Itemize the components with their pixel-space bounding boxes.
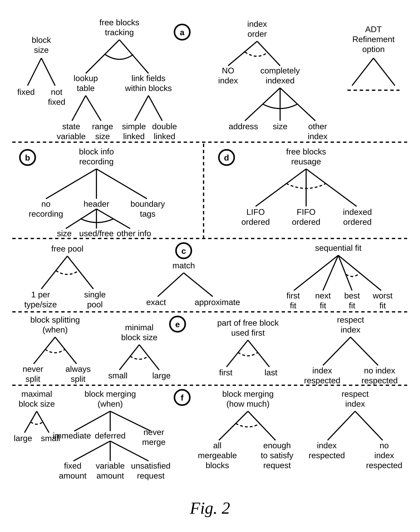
tree-part-of-free-block-used-first: part of free block used first first last: [217, 318, 279, 377]
svg-text:respect: respect: [337, 315, 364, 324]
svg-text:1 per: 1 per: [31, 290, 50, 299]
svg-text:fit: fit: [349, 301, 355, 310]
svg-line-15: [28, 58, 41, 86]
svg-text:variable: variable: [96, 461, 125, 470]
svg-text:index: index: [341, 325, 360, 334]
tree-block-size: block size fixed not fixed: [17, 35, 65, 106]
svg-text:part of free block: part of free block: [217, 318, 279, 327]
tree-respect-index-e: respect index index respected no index r…: [304, 315, 398, 385]
svg-text:respected: respected: [361, 376, 398, 385]
svg-text:never: never: [23, 364, 43, 374]
badge-b: b: [20, 150, 35, 165]
svg-text:Refinement: Refinement: [352, 35, 395, 44]
svg-text:block: block: [32, 35, 51, 44]
tree-index-order: index order NO index completely indexed …: [218, 19, 327, 141]
svg-text:respected: respected: [309, 451, 345, 460]
svg-text:request: request: [263, 461, 291, 470]
svg-text:double: double: [152, 122, 177, 131]
svg-text:indexed: indexed: [343, 207, 372, 216]
svg-line-138: [350, 337, 378, 365]
svg-line-35: [149, 96, 162, 121]
svg-text:simple: simple: [122, 122, 146, 131]
svg-text:approximate: approximate: [195, 297, 240, 307]
svg-line-118: [55, 337, 76, 364]
svg-text:to satisfy: to satisfy: [261, 451, 293, 460]
svg-line-153: [74, 411, 110, 431]
svg-text:never: never: [143, 427, 164, 437]
svg-text:unsatisfied: unsatisfied: [131, 461, 170, 470]
badge-f: f: [175, 390, 190, 405]
svg-line-97: [184, 273, 213, 296]
svg-text:ADT: ADT: [365, 25, 382, 34]
svg-text:fit: fit: [290, 301, 296, 310]
svg-line-171: [219, 411, 248, 440]
svg-text:reusage: reusage: [291, 157, 321, 166]
svg-text:c: c: [181, 246, 186, 255]
svg-line-182: [355, 411, 383, 440]
svg-line-148: [37, 411, 49, 433]
svg-text:linked: linked: [123, 132, 145, 141]
svg-text:immediate: immediate: [53, 431, 91, 440]
svg-text:index: index: [218, 76, 238, 85]
svg-text:free blocks: free blocks: [286, 147, 326, 156]
badge-a: a: [175, 25, 190, 40]
svg-text:respected: respected: [304, 376, 340, 385]
svg-text:indexed: indexed: [266, 76, 295, 85]
svg-text:(when): (when): [42, 325, 68, 334]
svg-text:split: split: [26, 374, 40, 383]
svg-text:e: e: [175, 320, 180, 329]
svg-text:blocks: blocks: [206, 461, 229, 470]
svg-text:large: large: [14, 434, 32, 443]
svg-line-89: [41, 256, 67, 289]
svg-text:f: f: [181, 393, 184, 402]
svg-text:fit: fit: [379, 301, 386, 310]
svg-text:option: option: [362, 44, 385, 54]
svg-text:no index: no index: [364, 366, 395, 375]
svg-text:merge: merge: [142, 437, 165, 447]
svg-text:free blocks: free blocks: [99, 18, 139, 27]
svg-text:used/free: used/free: [79, 229, 114, 238]
figure-caption: Fig. 2: [190, 499, 230, 517]
svg-text:not: not: [51, 87, 62, 97]
tree-minimal-block-size: minimal block size small large: [108, 323, 171, 380]
svg-text:tags: tags: [140, 209, 155, 218]
svg-text:completely: completely: [260, 66, 300, 75]
svg-line-172: [248, 411, 275, 440]
svg-text:pool: pool: [87, 300, 103, 309]
svg-line-160: [74, 441, 110, 461]
tree-free-blocks-tracking: free blocks tracking lookup table state …: [57, 18, 177, 141]
svg-text:index: index: [374, 451, 394, 460]
svg-text:mergeable: mergeable: [198, 451, 237, 460]
svg-line-77: [255, 169, 306, 206]
svg-text:NO: NO: [222, 66, 234, 75]
svg-text:request: request: [137, 471, 165, 480]
svg-text:small: small: [108, 371, 127, 380]
svg-line-69: [96, 209, 130, 229]
svg-line-181: [328, 411, 355, 440]
svg-text:fit: fit: [320, 301, 326, 310]
svg-line-131: [226, 340, 248, 367]
svg-line-61: [96, 169, 147, 199]
svg-text:index: index: [312, 366, 332, 375]
svg-text:within blocks: within blocks: [125, 84, 172, 93]
svg-text:index: index: [308, 132, 327, 141]
svg-text:respect: respect: [342, 389, 369, 398]
tree-free-blocks-reusage: free blocks reusage LIFO ordered FIFO or…: [241, 147, 372, 226]
svg-line-137: [323, 337, 350, 365]
svg-text:block merging: block merging: [222, 389, 274, 398]
legend-adt: ADT Refinement option: [347, 25, 400, 90]
svg-line-23: [120, 40, 149, 73]
svg-text:ordered: ordered: [241, 217, 270, 226]
svg-text:first: first: [286, 291, 300, 300]
svg-line-42: [228, 41, 257, 66]
badge-d: d: [219, 150, 234, 165]
svg-text:single: single: [84, 290, 105, 299]
svg-text:index: index: [317, 441, 337, 450]
svg-text:enough: enough: [263, 441, 291, 450]
svg-text:block size: block size: [18, 399, 55, 408]
svg-text:recording: recording: [79, 157, 114, 166]
svg-text:always: always: [65, 364, 90, 374]
svg-text:other: other: [308, 122, 327, 131]
svg-text:block size: block size: [121, 333, 157, 342]
svg-line-79: [306, 169, 357, 206]
